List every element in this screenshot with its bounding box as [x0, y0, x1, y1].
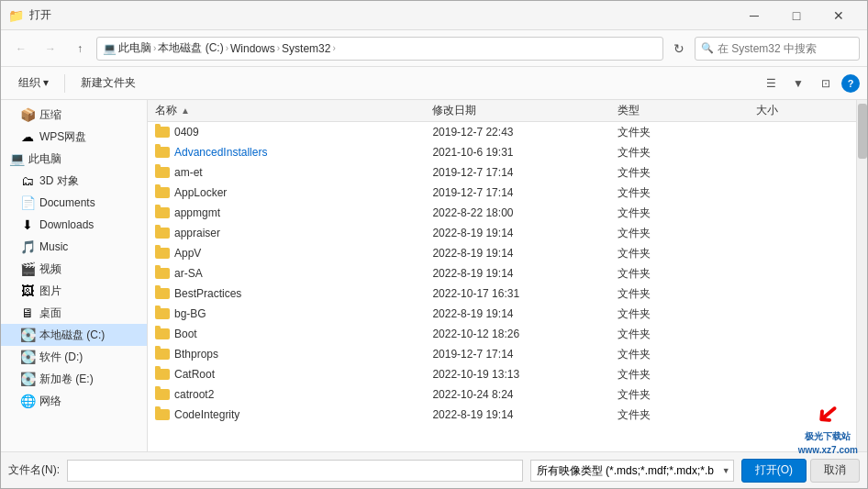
file-date: 2022-8-22 18:00: [432, 206, 618, 219]
forward-button[interactable]: →: [38, 37, 63, 61]
table-row[interactable]: ar-SA 2022-8-19 19:14 文件夹: [148, 263, 856, 283]
header-date[interactable]: 修改日期: [432, 103, 618, 118]
file-date: 2022-10-17 16:31: [432, 287, 618, 300]
table-row[interactable]: AdvancedInstallers 2021-10-6 19:31 文件夹: [148, 142, 856, 162]
file-date: 2019-12-7 17:14: [432, 186, 618, 199]
file-type: 文件夹: [618, 226, 756, 241]
back-button[interactable]: ←: [8, 37, 34, 61]
table-row[interactable]: Boot 2022-10-12 18:26 文件夹: [148, 324, 856, 344]
sidebar-item-software-d[interactable]: 💽 软件 (D:): [1, 346, 147, 368]
folder-icon: [155, 207, 170, 218]
sidebar-item-desktop[interactable]: 🖥 桌面: [1, 302, 147, 324]
sidebar-item-downloads[interactable]: ⬇ Downloads: [1, 214, 147, 236]
toolbar-separator: [64, 74, 65, 93]
sidebar-item-network[interactable]: 🌐 网络: [1, 390, 147, 412]
sidebar-label-3d-objects: 3D 对象: [39, 173, 79, 189]
folder-icon: [155, 228, 170, 239]
scrollbar-thumb[interactable]: [858, 104, 867, 159]
maximize-button[interactable]: □: [775, 1, 818, 30]
sidebar-item-music[interactable]: 🎵 Music: [1, 236, 147, 258]
table-row[interactable]: appraiser 2022-8-19 19:14 文件夹: [148, 223, 856, 243]
file-list: 0409 2019-12-7 22:43 文件夹 AdvancedInstall…: [148, 122, 856, 451]
file-type: 文件夹: [618, 407, 756, 423]
breadcrumb-pc: 💻 此电脑: [103, 40, 151, 56]
file-type: 文件夹: [618, 206, 756, 221]
breadcrumb-c: 本地磁盘 (C:): [158, 40, 223, 56]
table-row[interactable]: AppV 2022-8-19 19:14 文件夹: [148, 243, 856, 263]
view-list-button[interactable]: ☰: [759, 72, 783, 95]
close-button[interactable]: ✕: [818, 1, 860, 30]
file-name: ar-SA: [174, 267, 203, 280]
file-date: 2022-8-19 19:14: [432, 247, 618, 260]
table-row[interactable]: 0409 2019-12-7 22:43 文件夹: [148, 122, 856, 142]
sidebar-item-this-pc[interactable]: 💻 此电脑: [1, 148, 147, 170]
folder-icon: [155, 127, 170, 138]
sidebar-item-new-vol-e[interactable]: 💽 新加卷 (E:): [1, 368, 147, 390]
filename-input[interactable]: [67, 460, 523, 482]
breadcrumb-windows: Windows: [230, 42, 275, 55]
search-box[interactable]: 🔍: [695, 37, 860, 61]
sidebar-label-wps-cloud: WPS网盘: [39, 129, 86, 145]
view-dropdown-button[interactable]: ▼: [786, 72, 810, 95]
sidebar-icon-wps-cloud: ☁: [19, 129, 36, 144]
sidebar-label-music: Music: [39, 240, 68, 253]
new-folder-button[interactable]: 新建文件夹: [71, 72, 146, 95]
list-header: 名称 ▲ 修改日期 类型 大小: [148, 100, 856, 122]
sidebar-icon-desktop: 🖥: [19, 306, 36, 320]
sidebar-icon-pictures: 🖼: [19, 283, 36, 298]
main-scrollbar[interactable]: [856, 100, 867, 451]
file-type: 文件夹: [618, 266, 756, 282]
minimize-button[interactable]: ─: [733, 1, 775, 30]
breadcrumb[interactable]: 💻 此电脑 › 本地磁盘 (C:) › Windows › System32 ›: [96, 37, 663, 61]
sidebar-item-videos[interactable]: 🎬 视频: [1, 258, 147, 280]
table-row[interactable]: AppLocker 2019-12-7 17:14 文件夹: [148, 183, 856, 203]
table-row[interactable]: am-et 2019-12-7 17:14 文件夹: [148, 162, 856, 183]
open-button[interactable]: 打开(O): [741, 459, 807, 483]
file-type: 文件夹: [618, 387, 756, 403]
search-input[interactable]: [718, 42, 855, 55]
header-type[interactable]: 类型: [618, 103, 756, 118]
sort-arrow: ▲: [181, 106, 190, 116]
table-row[interactable]: Bthprops 2019-12-7 17:14 文件夹: [148, 344, 856, 364]
up-button[interactable]: ↑: [67, 37, 93, 61]
breadcrumb-system32: System32: [282, 42, 330, 55]
folder-icon: [155, 409, 170, 420]
sidebar-item-pictures[interactable]: 🖼 图片: [1, 280, 147, 302]
table-row[interactable]: catroot2 2022-10-24 8:24 文件夹: [148, 384, 856, 405]
file-type: 文件夹: [618, 145, 756, 161]
sidebar-item-wps-cloud[interactable]: ☁ WPS网盘: [1, 126, 147, 148]
file-date: 2021-10-6 19:31: [432, 146, 618, 159]
sidebar-item-compressed[interactable]: 📦 压缩: [1, 104, 147, 126]
cancel-button[interactable]: 取消: [810, 459, 860, 483]
file-date: 2022-8-19 19:14: [432, 227, 618, 239]
sidebar-icon-downloads: ⬇: [19, 217, 36, 232]
file-name: Boot: [174, 328, 197, 340]
table-row[interactable]: CatRoot 2022-10-19 13:13 文件夹: [148, 364, 856, 384]
header-size[interactable]: 大小: [756, 103, 849, 118]
file-name: AppV: [174, 247, 201, 260]
sidebar-icon-network: 🌐: [19, 394, 36, 408]
file-type: 文件夹: [618, 327, 756, 342]
file-type: 文件夹: [618, 286, 756, 302]
table-row[interactable]: appmgmt 2022-8-22 18:00 文件夹: [148, 203, 856, 223]
table-row[interactable]: CodeIntegrity 2022-8-19 19:14 文件夹: [148, 405, 856, 425]
file-date: 2022-10-24 8:24: [432, 388, 618, 401]
sidebar-icon-videos: 🎬: [19, 261, 36, 276]
sidebar-icon-software-d: 💽: [19, 350, 36, 364]
sidebar-item-local-c[interactable]: 💽 本地磁盘 (C:): [1, 324, 147, 346]
organize-button[interactable]: 组织 ▾: [8, 72, 59, 95]
sidebar-item-documents[interactable]: 📄 Documents: [1, 192, 147, 214]
table-row[interactable]: bg-BG 2022-8-19 19:14 文件夹: [148, 304, 856, 324]
table-row[interactable]: BestPractices 2022-10-17 16:31 文件夹: [148, 283, 856, 304]
filetype-select[interactable]: 所有映像类型 (*.mds;*.mdf;*.mdx;*.b: [530, 460, 734, 482]
sidebar-item-3d-objects[interactable]: 🗂 3D 对象: [1, 170, 147, 192]
sidebar-icon-local-c: 💽: [19, 328, 36, 342]
file-name: bg-BG: [174, 307, 206, 320]
help-button[interactable]: ?: [841, 74, 860, 93]
filetype-wrapper[interactable]: 所有映像类型 (*.mds;*.mdf;*.mdx;*.b: [530, 460, 734, 482]
view-pane-button[interactable]: ⊡: [814, 72, 838, 95]
folder-icon: [155, 268, 170, 279]
header-name[interactable]: 名称 ▲: [155, 103, 432, 118]
file-type: 文件夹: [618, 347, 756, 362]
refresh-button[interactable]: ↻: [667, 37, 691, 61]
